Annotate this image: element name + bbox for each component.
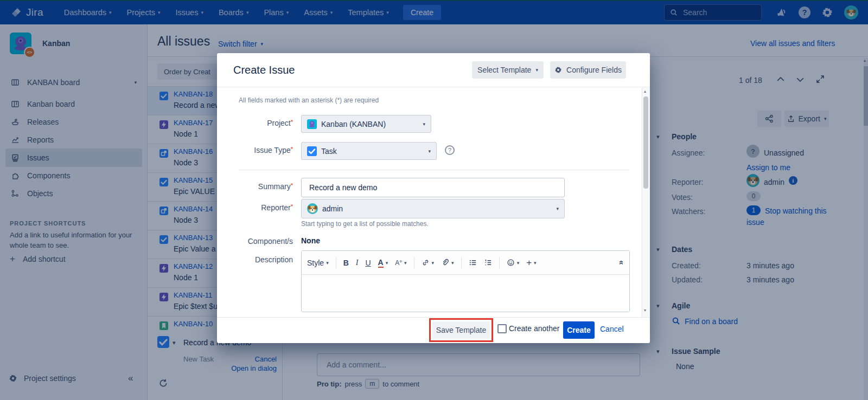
issue-type-select[interactable]: Task ▾ [301,142,437,160]
link-icon [422,259,430,267]
dialog-title: Create Issue [233,64,295,76]
chevron-down-icon: ▾ [534,260,537,266]
emoji-dropdown[interactable]: ▾ [507,259,520,267]
configure-fields-button[interactable]: Configure Fields [550,61,626,79]
divider [414,257,414,269]
task-icon [307,146,317,156]
chevron-down-icon: ▾ [556,206,559,211]
style-dropdown[interactable]: Style▾ [307,259,329,267]
emoji-icon [507,259,515,267]
divider [239,170,629,170]
summary-field[interactable] [301,178,565,197]
gear-icon [554,66,562,74]
components-field-label: Component/s [217,237,293,246]
summary-input[interactable] [308,183,558,192]
cancel-link[interactable]: Cancel [600,325,624,333]
chevron-down-icon: ▾ [432,260,435,266]
bullet-list-icon[interactable] [469,259,477,267]
attachment-dropdown[interactable]: ▾ [441,259,454,267]
underline-button[interactable]: U [365,259,371,267]
chevron-down-icon: ▾ [517,260,520,266]
required-fields-note: All fields marked with an asterisk (*) a… [239,96,379,104]
numbered-list-icon[interactable] [484,259,492,267]
chevron-down-icon: ▾ [428,149,431,154]
jira-app: Jira Dashboards▾ Projects▾ Issues▾ Board… [0,0,868,400]
chevron-down-icon: ▾ [535,67,538,73]
issue-type-help-icon[interactable]: ? [445,145,455,155]
select-template-dropdown[interactable]: Select Template ▾ [472,61,544,79]
reporter-avatar-icon [307,203,318,214]
description-editor[interactable]: Style▾ B I U A▾ A°▾ ▾ ▾ [301,250,630,312]
components-value: None [301,236,320,245]
description-field-label: Description [217,255,293,264]
annotation-highlight-box [429,318,493,342]
collapse-toolbar-icon[interactable]: « [617,260,626,264]
reporter-help-text: Start typing to get a list of possible m… [301,220,429,228]
description-textarea[interactable] [302,275,629,312]
editor-toolbar: Style▾ B I U A▾ A°▾ ▾ ▾ [302,251,629,275]
chevron-down-icon: ▾ [423,121,425,127]
text-color-dropdown[interactable]: A▾ [378,258,388,268]
chevron-down-icon: ▾ [326,260,329,266]
create-another-label: Create another [509,324,559,333]
create-issue-dialog: Create Issue Select Template ▾ Configure… [217,53,650,343]
project-avatar-icon [307,119,317,129]
create-button[interactable]: Create [563,321,595,339]
more-color-dropdown[interactable]: A°▾ [395,259,406,267]
italic-button[interactable]: I [356,259,359,267]
create-another-checkbox[interactable] [497,324,507,333]
chevron-down-icon: ▾ [404,260,407,266]
project-select[interactable]: Kanban (KANBAN) ▾ [301,115,431,133]
scroll-down-icon[interactable]: ▾ [644,308,646,313]
dialog-scrollbar-thumb[interactable] [643,96,648,189]
paperclip-icon [441,259,449,267]
divider [499,257,500,269]
insert-more-dropdown[interactable]: +▾ [526,257,536,268]
divider [217,87,650,87]
summary-field-label: Summary* [217,182,293,191]
divider [461,257,462,269]
reporter-field-label: Reporter* [217,203,293,212]
project-field-label: Project* [217,119,293,127]
issue-type-field-label: Issue Type* [217,146,293,154]
bold-button[interactable]: B [343,259,349,267]
scroll-up-icon[interactable]: ▴ [644,89,646,94]
chevron-down-icon: ▾ [451,260,454,266]
chevron-down-icon: ▾ [386,260,388,266]
reporter-select[interactable]: admin ▾ [301,199,565,218]
divider [336,257,336,269]
link-dropdown[interactable]: ▾ [422,259,435,267]
